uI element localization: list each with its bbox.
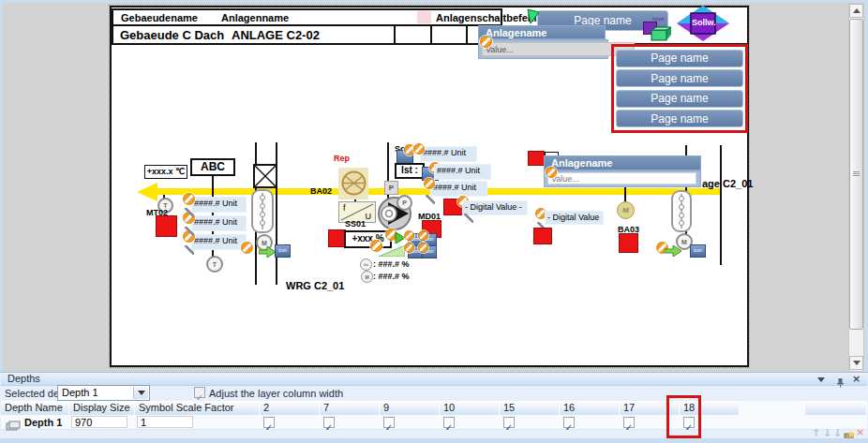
page-reference-tag: age C2_01 (702, 178, 753, 189)
layer-checkbox[interactable] (263, 417, 275, 428)
scrollbar-thumb[interactable] (849, 19, 863, 330)
layer-checkbox[interactable] (443, 417, 455, 428)
column-header-display-size[interactable]: Display Size (69, 401, 135, 415)
depths-panel-titlebar[interactable]: Depths (1, 373, 867, 386)
switch-command-label: Anlagenschaltbefehl (436, 12, 537, 23)
ba03-actuator-icon[interactable]: M (617, 201, 635, 219)
switch-command-color-swatch (417, 11, 431, 23)
valve-body-icon[interactable] (671, 190, 692, 232)
alarm-square[interactable] (156, 215, 177, 237)
depth-row-icon (6, 418, 21, 435)
cell-divider (430, 26, 432, 43)
pressure-sensor-icon: P (397, 195, 412, 211)
digital-value-field[interactable]: - Digital Value (545, 211, 604, 225)
duct-line (720, 145, 722, 265)
no-connection-badge-icon (424, 178, 435, 189)
green-arrow-icon[interactable] (665, 244, 681, 260)
icon-button[interactable]: icon (690, 244, 706, 258)
duct-line (624, 185, 626, 203)
depths-panel-title: Depths (7, 373, 40, 384)
title-block-row2: Gebaeude C Dach ANLAGE C2-02 (112, 24, 502, 45)
cell-divider (394, 26, 396, 43)
anlagename-popup-header[interactable]: Anlagename (544, 155, 701, 170)
layer-checkbox[interactable] (503, 417, 515, 428)
column-header-empty (740, 401, 805, 415)
column-header-layer[interactable]: 7 (320, 401, 380, 415)
highlighted-layer-column-18 (666, 395, 701, 438)
no-connection-badge-icon (546, 167, 557, 178)
column-header-symbol-scale[interactable]: Symbol Scale Factor (135, 401, 260, 415)
alarm-square[interactable] (619, 233, 638, 253)
pin-icon[interactable] (836, 375, 845, 391)
column-header-layer[interactable]: 2 (260, 401, 320, 415)
selected-depth-dropdown[interactable]: Depth 1 (57, 385, 150, 401)
no-connection-badge-icon (241, 242, 253, 254)
no-connection-badge-icon (480, 36, 492, 48)
analog-value-field[interactable]: ####.# Unit (420, 146, 477, 162)
building-name-value: Gebaeude C Dach (120, 28, 224, 42)
ist-percent-value: : ###.# % (373, 259, 410, 269)
layer-checkbox[interactable] (383, 417, 395, 428)
layer-checkbox[interactable] (323, 417, 335, 428)
layer-checkbox[interactable] (563, 417, 575, 428)
no-connection-badge-icon (418, 230, 428, 241)
wrench-icon (464, 214, 473, 223)
up-arrow-icon (853, 8, 861, 13)
wrench-icon (185, 245, 194, 255)
cell-divider (466, 26, 468, 43)
page-link-button[interactable]: Page name (616, 69, 743, 87)
wrench-icon (185, 227, 194, 236)
panel-menu-caret-icon[interactable] (817, 377, 825, 382)
green-arrow-icon[interactable] (259, 244, 276, 261)
scroll-down-button[interactable] (849, 356, 863, 370)
panel-close-icon[interactable]: × (852, 373, 861, 385)
page-link-button[interactable]: Page name (616, 50, 743, 67)
valve-body-icon[interactable] (251, 189, 274, 233)
plant-name-value: ANLAGE C2-02 (232, 28, 320, 42)
column-header-depth-name[interactable]: Depth Name (1, 401, 69, 415)
building-name-label: Gebaeudename (121, 12, 198, 23)
column-header-layer[interactable]: 15 (500, 401, 560, 415)
analog-value-field[interactable]: ####.# Unit (191, 234, 247, 250)
symbol-scale-input[interactable]: 1 (137, 416, 193, 428)
highlighted-page-links-group: Page name Page name Page name Page name (611, 44, 748, 133)
display-size-input[interactable]: 970 (71, 416, 127, 428)
anlagename-value-field[interactable]: Value... (547, 172, 696, 185)
column-header-layer[interactable]: 10 (440, 401, 500, 415)
anlagename-popup-header[interactable]: Anlagename (478, 25, 606, 39)
no-connection-badge-icon (404, 243, 414, 253)
adjust-column-width-checkbox[interactable] (194, 387, 205, 398)
layer-checkbox[interactable] (623, 417, 635, 428)
bottom-strip (0, 438, 868, 443)
page-link-button[interactable]: Page name (616, 110, 743, 127)
analog-value-field[interactable]: ####.# Unit (191, 215, 247, 231)
column-header-layer[interactable]: 16 (560, 401, 620, 415)
sollw-diamond-icon[interactable]: Sollw. (676, 5, 730, 42)
selected-depth-value: Depth 1 (62, 387, 98, 398)
delete-depth-icon[interactable]: × (856, 426, 864, 438)
dropdown-arrow-button[interactable] (133, 387, 148, 399)
wrench-icon (185, 208, 194, 217)
icon-button[interactable]: icon (275, 244, 291, 258)
analog-value-field[interactable]: ####.# Unit (191, 197, 247, 213)
analog-value-field[interactable]: ####.# Unit (430, 181, 487, 197)
heat-exchanger-icon[interactable] (253, 164, 277, 188)
temperature-value-box[interactable]: +xxx.x ℃ (144, 165, 187, 179)
page-link-button[interactable]: Page name (616, 90, 743, 108)
damper-actuator-icon[interactable] (341, 170, 367, 199)
no-connection-badge-icon (413, 143, 425, 155)
sollw-label: Sollw. (692, 18, 715, 27)
column-header-empty (805, 401, 867, 415)
abc-label-box[interactable]: ABC (190, 158, 235, 176)
alarm-square[interactable] (528, 151, 545, 166)
scroll-up-button[interactable] (849, 4, 863, 18)
analog-value-field[interactable]: ####.# Unit (434, 164, 491, 180)
ramp-icon[interactable] (379, 244, 405, 260)
no-connection-badge-icon (404, 230, 414, 241)
depth-row[interactable] (1, 415, 867, 430)
wrench-icon (426, 195, 435, 204)
temperature-sensor-icon: T (206, 256, 223, 273)
column-header-layer[interactable]: 9 (380, 401, 440, 415)
dropdown-caret-icon (138, 391, 145, 395)
alarm-square[interactable] (533, 228, 552, 244)
